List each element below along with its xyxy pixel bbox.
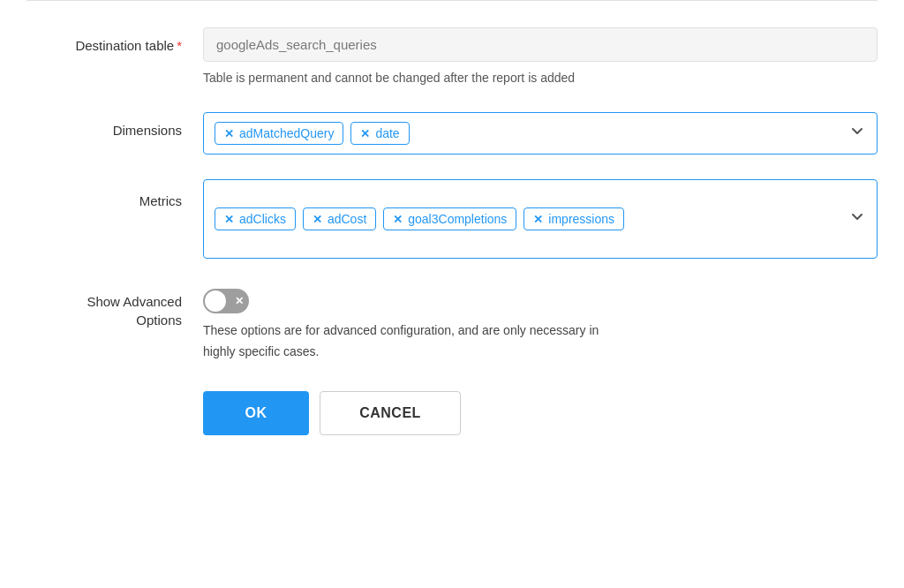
- tag-adCost-label: adCost: [328, 212, 366, 226]
- advanced-options-row: Show Advanced Options ✕ These options ar…: [26, 283, 878, 363]
- remove-impressions-icon[interactable]: ✕: [533, 214, 543, 225]
- tag-adMatchedQuery-label: adMatchedQuery: [239, 126, 334, 140]
- toggle-knob: [205, 290, 226, 312]
- dimensions-row: Dimensions ✕ adMatchedQuery ✕ date: [26, 112, 878, 155]
- dimensions-chevron-down-icon[interactable]: [848, 123, 866, 145]
- toggle-x-icon: ✕: [235, 295, 244, 307]
- button-row: OK CANCEL: [203, 391, 878, 435]
- tag-adClicks-label: adClicks: [239, 212, 286, 226]
- remove-adMatchedQuery-icon[interactable]: ✕: [224, 128, 234, 139]
- ok-button[interactable]: OK: [203, 391, 309, 435]
- dimensions-tags-container[interactable]: ✕ adMatchedQuery ✕ date: [203, 112, 878, 155]
- destination-table-label: Destination table*: [26, 27, 203, 55]
- remove-goal3Completions-icon[interactable]: ✕: [393, 214, 403, 225]
- tag-impressions-label: impressions: [548, 212, 614, 226]
- advanced-options-toggle[interactable]: ✕: [203, 289, 249, 313]
- metrics-content: ✕ adClicks ✕ adCost ✕ goal3Completions ✕…: [203, 179, 878, 259]
- metrics-chevron-down-icon[interactable]: [848, 208, 866, 230]
- tag-adCost: ✕ adCost: [303, 207, 376, 230]
- dimensions-label: Dimensions: [26, 112, 203, 139]
- dialog-container: Destination table* Table is permanent an…: [0, 0, 904, 588]
- tag-adClicks: ✕ adClicks: [215, 207, 296, 230]
- cancel-button[interactable]: CANCEL: [320, 391, 461, 435]
- metrics-tags-container[interactable]: ✕ adClicks ✕ adCost ✕ goal3Completions ✕…: [203, 179, 878, 259]
- remove-date-icon[interactable]: ✕: [360, 128, 370, 139]
- tag-date-label: date: [375, 126, 399, 140]
- tag-goal3Completions-label: goal3Completions: [408, 212, 507, 226]
- metrics-row: Metrics ✕ adClicks ✕ adCost ✕ goal3Compl…: [26, 179, 878, 259]
- tag-goal3Completions: ✕ goal3Completions: [383, 207, 516, 230]
- advanced-options-content: ✕ These options are for advanced configu…: [203, 283, 878, 363]
- remove-adClicks-icon[interactable]: ✕: [224, 214, 234, 225]
- destination-table-content: Table is permanent and cannot be changed…: [203, 27, 878, 87]
- top-divider: [26, 0, 878, 1]
- destination-table-input[interactable]: [203, 27, 878, 62]
- dimensions-content: ✕ adMatchedQuery ✕ date: [203, 112, 878, 155]
- destination-table-row: Destination table* Table is permanent an…: [26, 27, 878, 87]
- metrics-label: Metrics: [26, 179, 203, 210]
- tag-impressions: ✕ impressions: [524, 207, 624, 230]
- destination-table-hint: Table is permanent and cannot be changed…: [203, 69, 878, 87]
- advanced-toggle-container: ✕: [203, 283, 878, 313]
- advanced-options-description: These options are for advanced configura…: [203, 320, 878, 363]
- remove-adCost-icon[interactable]: ✕: [313, 214, 322, 225]
- advanced-options-label: Show Advanced Options: [26, 283, 203, 329]
- tag-adMatchedQuery: ✕ adMatchedQuery: [215, 122, 343, 145]
- tag-date: ✕ date: [350, 122, 409, 145]
